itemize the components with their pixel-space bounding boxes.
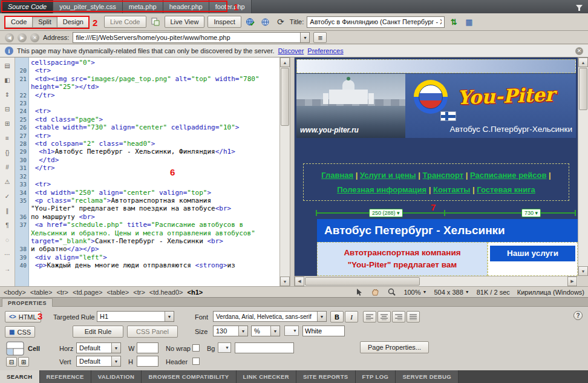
results-tab-link-checker[interactable]: LINK CHECKER <box>237 370 297 383</box>
collapse-selection-icon[interactable]: ⊟ <box>2 105 13 114</box>
recent-snippets-icon[interactable]: ⋯ <box>2 250 13 259</box>
results-tab-browser-compatibility[interactable]: BROWSER COMPATIBILITY <box>142 370 236 383</box>
scroll-down-icon[interactable]: ▼ <box>280 277 290 286</box>
code-vertical-scrollbar[interactable]: ▲ ▼ <box>279 57 290 286</box>
edit-rule-button[interactable]: Edit Rule <box>73 326 123 338</box>
code-view-button[interactable]: Code <box>5 16 33 28</box>
align-right-icon[interactable] <box>392 311 405 322</box>
doc-tab-you-piter-style-css[interactable]: you_piter_style.css <box>53 0 123 13</box>
code-scroll-thumb[interactable] <box>281 68 289 126</box>
design-scroll-up-icon[interactable]: ▲ <box>578 57 588 67</box>
properties-tab[interactable]: PROPERTIES <box>2 298 53 307</box>
tag-selector-item[interactable]: <tr> <box>133 289 145 296</box>
tag-selector-item[interactable]: <td.head0> <box>149 289 183 296</box>
size-select[interactable]: 130▼ <box>213 326 248 336</box>
pane-splitter[interactable] <box>290 57 295 286</box>
nav-link[interactable]: Полезная информация <box>337 185 426 194</box>
design-view-button[interactable]: Design <box>57 16 90 28</box>
validate-markup-icon[interactable]: ▦ <box>463 16 475 28</box>
tag-selector-item[interactable]: <tr> <box>56 289 68 296</box>
doc-tab-footer-php[interactable]: footer.php <box>209 0 252 13</box>
design-scroll-down-icon[interactable]: ▼ <box>578 266 588 276</box>
tag-selector-item[interactable]: <table> <box>107 289 129 296</box>
hand-tool-icon[interactable] <box>371 288 380 296</box>
cell-width-input[interactable] <box>137 342 158 353</box>
title-input[interactable] <box>307 16 445 28</box>
design-view[interactable]: www.you-piter.ru You-Piter Автобус С.Пет… <box>295 57 578 276</box>
nav-link[interactable]: Расписание рейсов <box>470 171 546 180</box>
preview-in-browser-icon[interactable] <box>260 16 272 28</box>
show-code-navigator-icon[interactable]: ◧ <box>2 76 13 85</box>
bg-color-input[interactable] <box>235 342 294 353</box>
targeted-rule-select[interactable]: H1▼ <box>97 311 174 322</box>
live-view-button[interactable]: Live View <box>165 16 205 28</box>
close-info-bar-icon[interactable]: ✕ <box>575 47 583 55</box>
align-left-icon[interactable] <box>363 311 376 322</box>
table-width-menu[interactable]: 730 ▾ <box>521 209 541 217</box>
tag-selector-item[interactable]: <td.page> <box>73 289 103 296</box>
results-tab-ftp-log[interactable]: FTP LOG <box>356 370 396 383</box>
remove-comment-icon[interactable]: ¶ <box>2 221 13 230</box>
align-justify-icon[interactable] <box>407 311 420 322</box>
results-tab-server-debug[interactable]: SERVER DEBUG <box>396 370 459 383</box>
reclama-cell[interactable]: Автотранспортная компания "You-Piter" пр… <box>317 242 488 276</box>
select-tool-icon[interactable] <box>354 288 364 296</box>
balance-braces-icon[interactable]: {} <box>2 148 13 157</box>
results-tab-site-reports[interactable]: SITE REPORTS <box>296 370 355 383</box>
zoom-tool-icon[interactable] <box>387 288 396 296</box>
text-color-input[interactable] <box>302 326 345 336</box>
split-cell-icon[interactable]: ⊞ <box>18 357 29 367</box>
nav-link[interactable]: Контакты <box>433 185 470 194</box>
services-cell[interactable]: Наши услуги <box>488 242 578 276</box>
table-width-bar[interactable]: 250 (288) ▾ 730 ▾ <box>316 208 576 218</box>
scroll-up-icon[interactable]: ▲ <box>280 57 290 67</box>
nav-link[interactable]: Гостевая книга <box>477 185 535 194</box>
forward-icon[interactable]: ▶ <box>18 33 27 42</box>
size-unit-select[interactable]: %▼ <box>251 326 280 336</box>
window-size-menu[interactable]: 504 x 388 ▼ <box>434 289 469 296</box>
design-h1-heading[interactable]: Автобус Петербург - Хельсинки <box>317 219 578 242</box>
back-icon[interactable]: ◀ <box>5 33 14 42</box>
css-panel-button[interactable]: CSS Panel <box>127 326 178 338</box>
design-horizontal-scrollbar[interactable]: ◀ ▶ <box>295 276 578 286</box>
indent-code-icon[interactable]: → <box>2 264 13 273</box>
design-scroll-thumb[interactable] <box>579 68 587 110</box>
tag-selector-item[interactable]: <h1> <box>188 289 203 296</box>
text-color-well[interactable]: ▼ <box>284 326 299 336</box>
results-tab-validation[interactable]: VALIDATION <box>91 370 142 383</box>
help-icon[interactable]: ? <box>573 311 583 320</box>
doc-tab-source-code[interactable]: Source Code <box>2 0 53 13</box>
stop-icon[interactable]: ✕ <box>30 33 39 42</box>
design-scroll-left-icon[interactable]: ◀ <box>295 277 304 286</box>
results-tab-search[interactable]: SEARCH <box>0 370 40 383</box>
design-hscroll-thumb[interactable] <box>305 277 420 286</box>
preferences-link[interactable]: Preferences <box>307 47 343 54</box>
horz-select[interactable]: Default▼ <box>76 342 121 353</box>
collapse-full-tag-icon[interactable]: ⇕ <box>2 90 13 99</box>
results-tab-reference[interactable]: REFERENCE <box>40 370 91 383</box>
split-view-button[interactable]: Split <box>32 16 57 28</box>
cell-height-input[interactable] <box>137 356 158 367</box>
live-code-button[interactable]: Live Code <box>104 16 146 28</box>
italic-button[interactable]: I <box>345 311 358 322</box>
syntax-error-alerts-icon[interactable]: ✓ <box>2 192 13 201</box>
zoom-level-menu[interactable]: 100% ▼ <box>403 289 426 296</box>
doc-tab-header-php[interactable]: header.php <box>163 0 209 13</box>
line-numbers-icon[interactable]: # <box>2 163 13 172</box>
discover-link[interactable]: Discover <box>278 47 304 54</box>
code-view[interactable]: cellspacing="0">20 <tr>21 <td><img src="… <box>15 57 279 286</box>
html-mode-button[interactable]: <> HTML <box>5 311 41 322</box>
banner-photo[interactable]: www.you-piter.ru <box>296 74 405 138</box>
select-parent-tag-icon[interactable]: ≡ <box>2 134 13 143</box>
expand-all-icon[interactable]: ⊞ <box>2 119 13 128</box>
check-browser-compatibility-icon[interactable] <box>244 16 256 28</box>
banner-logo-area[interactable]: You-Piter Автобус С.Петербург-Хельсинки <box>405 74 576 138</box>
bold-button[interactable]: B <box>330 311 344 322</box>
browser-options-icon[interactable]: ≣ <box>313 32 327 43</box>
column-width-menu[interactable]: 250 (288) ▾ <box>369 209 403 217</box>
open-documents-icon[interactable]: ▤ <box>2 61 13 70</box>
nav-link[interactable]: Главная <box>321 171 353 180</box>
merge-cells-icon[interactable]: ⊟ <box>6 357 17 367</box>
doc-tab-meta-php[interactable]: meta.php <box>123 0 163 13</box>
design-scroll-right-icon[interactable]: ▶ <box>567 277 577 286</box>
